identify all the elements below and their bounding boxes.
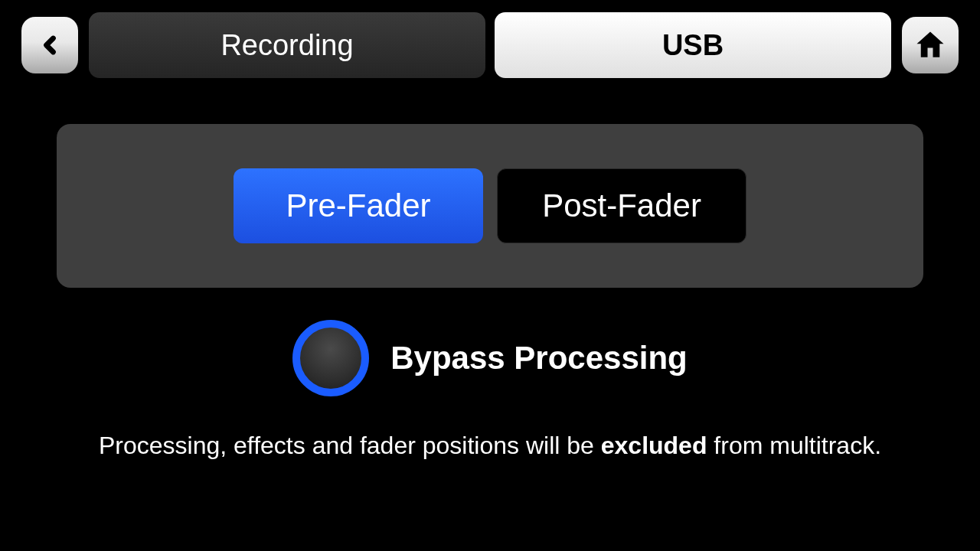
description-text: Processing, effects and fader positions …	[0, 432, 980, 460]
pre-fader-button[interactable]: Pre-Fader	[234, 168, 483, 243]
back-button[interactable]	[21, 17, 78, 73]
chevron-left-icon	[36, 31, 64, 59]
description-suffix: from multitrack.	[707, 432, 881, 459]
tab-recording-label: Recording	[220, 29, 353, 62]
fader-mode-panel: Pre-Fader Post-Fader	[57, 124, 923, 288]
tab-recording[interactable]: Recording	[89, 12, 485, 78]
home-icon	[914, 29, 946, 61]
tab-usb[interactable]: USB	[495, 12, 891, 78]
bypass-toggle[interactable]	[292, 320, 369, 396]
home-button[interactable]	[902, 17, 959, 73]
tab-usb-label: USB	[662, 29, 724, 62]
top-tabs: Recording USB	[89, 12, 891, 78]
pre-fader-label: Pre-Fader	[286, 187, 430, 224]
bypass-label: Bypass Processing	[390, 340, 688, 377]
description-prefix: Processing, effects and fader positions …	[99, 432, 601, 459]
post-fader-label: Post-Fader	[542, 187, 701, 224]
description-emphasis: excluded	[601, 432, 707, 459]
post-fader-button[interactable]: Post-Fader	[497, 168, 746, 243]
bypass-row: Bypass Processing	[0, 320, 980, 396]
